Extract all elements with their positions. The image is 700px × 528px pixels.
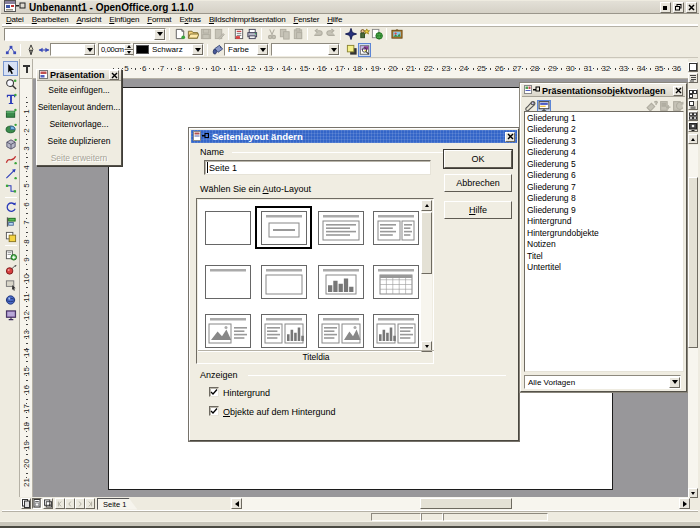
notes-view-button[interactable] [688, 100, 698, 110]
fill-color-dropdown-button[interactable] [328, 44, 339, 55]
menu-ansicht[interactable]: Ansicht [72, 14, 105, 25]
scroll-up-button[interactable] [421, 200, 432, 211]
line-style-dropdown-button[interactable] [84, 44, 95, 55]
presentation-toolbar-titlebar[interactable]: Präsentation [37, 70, 121, 81]
line-style-combobox[interactable] [50, 43, 96, 56]
save-document-icon[interactable] [199, 27, 212, 41]
style-item[interactable]: Gliederung 8 [525, 193, 683, 205]
presentation-command-seitenlayout-ndern[interactable]: Seitenlayout ändern... [37, 98, 121, 115]
layout-option-text-chart[interactable] [257, 311, 310, 350]
style-item[interactable]: Notizen [525, 239, 683, 251]
alignment-tool-icon[interactable] [3, 214, 18, 229]
interaction-tool-icon[interactable] [3, 277, 18, 292]
zoom-view-icon[interactable] [358, 43, 371, 57]
horizontal-scrollbar-thumb[interactable] [420, 498, 512, 509]
arrange-tool-icon[interactable] [3, 229, 18, 244]
stylist-titlebar[interactable]: Präsentationsobjektvorlagen [522, 85, 685, 97]
new-document-icon[interactable] [173, 27, 186, 41]
style-item[interactable]: Hintergrund [525, 216, 683, 228]
fill-color-combobox[interactable] [271, 43, 340, 56]
url-combobox[interactable] [4, 28, 166, 41]
stylist-icon[interactable] [357, 27, 370, 41]
layout-scrollbar[interactable] [421, 200, 432, 352]
style-item[interactable]: Gliederung 3 [525, 135, 683, 147]
menu-bildschirmprsentation[interactable]: Bildschirmpräsentation [205, 14, 290, 25]
abbrechen-button[interactable]: Abbrechen [444, 174, 512, 192]
line-color-dropdown-button[interactable] [192, 44, 203, 55]
checkbox-hintergrund[interactable] [209, 387, 219, 397]
presentation-command-seitenvorlage[interactable]: Seitenvorlage... [37, 115, 121, 132]
objects-3d-tool-icon[interactable] [3, 136, 18, 151]
menu-extras[interactable]: Extras [175, 14, 205, 25]
close-icon[interactable] [109, 70, 119, 80]
layout-option-title-subtitle[interactable] [257, 208, 310, 247]
layout-option-blank[interactable] [201, 208, 254, 247]
style-item[interactable]: Titel [525, 250, 683, 262]
presentation-command-seite-einf-gen[interactable]: Seite einfügen... [37, 81, 121, 98]
menu-format[interactable]: Format [143, 14, 175, 25]
undo-icon[interactable] [311, 27, 324, 41]
menu-fenster[interactable]: Fenster [289, 14, 323, 25]
slides-view-button[interactable] [688, 89, 698, 99]
lines-arrows-tool-icon[interactable] [3, 166, 18, 181]
layout-option-title-chart[interactable] [314, 262, 367, 301]
close-icon[interactable] [505, 132, 515, 142]
style-item[interactable]: Gliederung 2 [525, 124, 683, 136]
minimize-button[interactable] [660, 2, 671, 13]
presentation-screen-tool-icon[interactable] [3, 307, 18, 322]
close-icon[interactable] [673, 86, 683, 96]
close-button[interactable] [686, 2, 697, 13]
style-item[interactable]: Gliederung 7 [525, 181, 683, 193]
vertical-scrollbar-thumb[interactable] [688, 177, 698, 348]
layout-option-text-img[interactable] [314, 311, 367, 350]
style-filter-dropdown-button[interactable] [669, 377, 680, 388]
edit-file-icon[interactable] [212, 27, 225, 41]
fill-style-combobox[interactable]: Farbe [224, 43, 269, 56]
curve-tool-icon[interactable] [3, 151, 18, 166]
layout-scrollbar-thumb[interactable] [421, 212, 432, 274]
previous-page-button[interactable] [65, 498, 75, 509]
ellipse-tool-icon[interactable] [3, 121, 18, 136]
menu-einfgen[interactable]: Einfügen [105, 14, 143, 25]
line-icon[interactable] [24, 43, 37, 57]
gallery-icon[interactable] [390, 27, 403, 41]
connector-tool-icon[interactable] [3, 181, 18, 196]
line-width-stepper[interactable]: 0,00cm [98, 43, 131, 56]
fill-style-dropdown-button[interactable] [257, 44, 268, 55]
horizontal-ruler[interactable]: 5678910111213141516171819202122232425262… [33, 59, 688, 79]
vertical-ruler[interactable]: 123456789101112131415161718192021 [20, 79, 33, 497]
first-page-button[interactable] [55, 498, 65, 509]
arrow-style-icon[interactable] [37, 43, 50, 57]
dialog-titlebar[interactable]: Seitenlayout ändern [191, 130, 517, 143]
next-page-button[interactable] [75, 498, 85, 509]
redo-icon[interactable] [324, 27, 337, 41]
paste-icon[interactable] [291, 27, 304, 41]
layout-option-title-2col[interactable] [369, 208, 422, 247]
layout-option-title-box[interactable] [257, 262, 310, 301]
style-item[interactable]: Gliederung 9 [525, 204, 683, 216]
cut-icon[interactable] [265, 27, 278, 41]
style-filter-combobox[interactable]: Alle Vorlagen [524, 375, 681, 389]
hilfe-button[interactable]: Hilfe [444, 201, 512, 219]
shadow-icon[interactable] [345, 43, 358, 57]
url-dropdown-button[interactable] [154, 29, 165, 40]
style-item[interactable]: Hintergrundobjekte [525, 227, 683, 239]
rectangle-tool-icon[interactable] [3, 106, 18, 121]
navigator-icon[interactable] [344, 27, 357, 41]
zoom-tool-icon[interactable] [3, 76, 18, 91]
layout-option-title-table[interactable] [369, 262, 422, 301]
window-menu-icon[interactable] [16, 2, 26, 12]
restore-button[interactable] [673, 2, 684, 13]
drawing-view-button[interactable] [688, 62, 698, 72]
page-mode-button[interactable] [21, 498, 31, 509]
menu-hilfe[interactable]: Hilfe [323, 14, 346, 25]
text-tool-icon[interactable] [3, 91, 18, 106]
layout-option-chart-text[interactable] [369, 311, 422, 350]
area-icon[interactable] [211, 43, 224, 57]
horizontal-scrollbar[interactable] [230, 497, 690, 510]
rotate-tool-icon[interactable] [3, 199, 18, 214]
page-tab[interactable]: Seite 1 [97, 498, 137, 510]
scroll-up-button[interactable] [688, 134, 698, 144]
handout-view-button[interactable] [688, 111, 698, 121]
start-show-button[interactable] [688, 122, 698, 132]
